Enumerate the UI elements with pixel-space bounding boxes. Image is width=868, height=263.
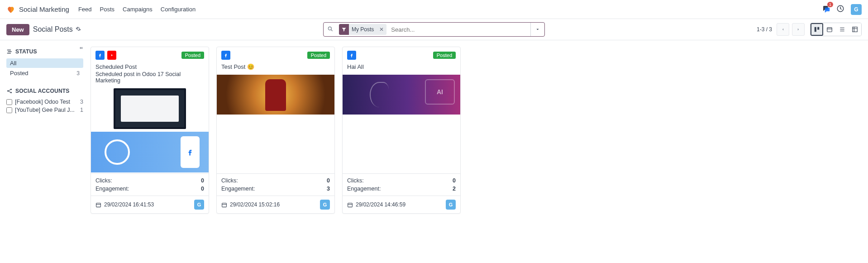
status-badge: Posted bbox=[181, 52, 204, 59]
chevron-right-icon bbox=[796, 27, 801, 32]
youtube-icon bbox=[107, 51, 116, 60]
svg-rect-15 bbox=[222, 203, 227, 207]
search-box[interactable]: My Posts ✕ bbox=[323, 22, 545, 37]
account-checkbox[interactable] bbox=[6, 99, 12, 105]
search-icon bbox=[324, 26, 337, 33]
pager-next[interactable] bbox=[792, 23, 805, 36]
post-card[interactable]: Posted Hai All AI Clicks:0 Engagement:2 … bbox=[342, 47, 461, 214]
svg-point-1 bbox=[328, 27, 331, 30]
calendar-icon bbox=[347, 202, 353, 208]
status-posted-count: 3 bbox=[76, 70, 80, 77]
account-filter-item[interactable]: [YouTube] Gee Paul J... 1 bbox=[6, 106, 83, 114]
accounts-title: SOCIAL ACCOUNTS bbox=[15, 88, 70, 94]
post-title: Test Post 😊 bbox=[221, 63, 330, 70]
clicks-value: 0 bbox=[453, 177, 456, 184]
clock-icon bbox=[836, 5, 844, 13]
search-input[interactable] bbox=[388, 26, 530, 33]
clicks-value: 0 bbox=[201, 177, 204, 184]
caret-down-icon bbox=[535, 27, 540, 32]
calendar-icon bbox=[221, 202, 227, 208]
view-list[interactable] bbox=[836, 23, 849, 36]
engagement-label: Engagement: bbox=[95, 186, 129, 192]
sidebar-collapse[interactable] bbox=[79, 46, 83, 51]
engagement-value: 2 bbox=[453, 186, 456, 192]
status-badge: Posted bbox=[307, 52, 330, 59]
app-name: Social Marketing bbox=[19, 5, 69, 13]
post-title: Scheduled Post bbox=[95, 63, 204, 70]
post-datetime: 29/02/2024 14:46:59 bbox=[356, 201, 405, 208]
post-image: AI bbox=[343, 75, 460, 115]
author-avatar: G bbox=[194, 200, 204, 210]
status-filter-all[interactable]: All bbox=[6, 58, 83, 68]
svg-rect-13 bbox=[96, 203, 101, 207]
author-avatar: G bbox=[320, 200, 330, 210]
account-name: [Facebook] Odoo Test bbox=[15, 99, 77, 105]
view-kanban[interactable] bbox=[811, 23, 823, 36]
share-icon bbox=[6, 88, 13, 94]
status-posted-label: Posted bbox=[10, 70, 28, 77]
nav-campaigns[interactable]: Campaigns bbox=[123, 6, 153, 13]
post-title: Hai All bbox=[347, 63, 456, 70]
top-navbar: Social Marketing Feed Posts Campaigns Co… bbox=[0, 0, 868, 19]
search-facet: My Posts ✕ bbox=[339, 24, 386, 35]
nav-posts[interactable]: Posts bbox=[100, 6, 115, 13]
calendar-icon bbox=[826, 26, 833, 33]
accounts-group-header: SOCIAL ACCOUNTS bbox=[6, 88, 83, 94]
clicks-value: 0 bbox=[327, 177, 330, 184]
post-datetime: 29/02/2024 15:02:16 bbox=[230, 201, 280, 208]
activities-button[interactable] bbox=[836, 5, 844, 14]
chevron-left-icon bbox=[781, 27, 785, 32]
svg-rect-17 bbox=[348, 203, 353, 207]
messaging-badge: 1 bbox=[827, 2, 833, 7]
facebook-icon bbox=[95, 51, 105, 60]
svg-rect-3 bbox=[815, 27, 816, 32]
account-name: [YouTube] Gee Paul J... bbox=[15, 107, 77, 113]
page-title: Social Posts bbox=[33, 25, 73, 33]
author-avatar: G bbox=[446, 200, 456, 210]
control-bar: New Social Posts My Posts ✕ 1-3 / 3 bbox=[0, 19, 868, 40]
facebook-icon bbox=[347, 51, 356, 60]
user-avatar[interactable]: G bbox=[851, 4, 862, 15]
app-logo-icon bbox=[6, 5, 15, 14]
kanban-cards: Posted Scheduled Post Scheduled post in … bbox=[91, 47, 461, 214]
clicks-label: Clicks: bbox=[95, 177, 112, 184]
facebook-icon bbox=[221, 51, 230, 60]
account-count: 1 bbox=[80, 107, 83, 113]
svg-rect-7 bbox=[853, 27, 858, 32]
view-calendar[interactable] bbox=[823, 23, 836, 36]
view-pivot[interactable] bbox=[849, 23, 861, 36]
search-options-toggle[interactable] bbox=[530, 23, 544, 36]
post-subtitle: Scheduled post in Odoo 17 Social Marketi… bbox=[95, 71, 204, 84]
filter-icon bbox=[339, 24, 349, 35]
post-card[interactable]: Posted Scheduled Post Scheduled post in … bbox=[91, 47, 209, 214]
account-filter-item[interactable]: [Facebook] Odoo Test 3 bbox=[6, 98, 83, 106]
pager-prev[interactable] bbox=[777, 23, 789, 36]
post-image bbox=[217, 75, 334, 115]
status-filter-posted[interactable]: Posted 3 bbox=[6, 68, 83, 78]
settings-gear-icon[interactable] bbox=[76, 26, 81, 33]
kanban-icon bbox=[814, 26, 820, 33]
engagement-label: Engagement: bbox=[221, 186, 255, 192]
status-group-header: STATUS bbox=[6, 48, 83, 55]
status-badge: Posted bbox=[433, 52, 456, 59]
filter-sidebar: STATUS All Posted 3 SOCIAL ACCOUNTS [Fac… bbox=[6, 47, 83, 214]
main-nav: Feed Posts Campaigns Configuration bbox=[78, 6, 196, 13]
pager-text[interactable]: 1-3 / 3 bbox=[757, 26, 772, 33]
status-all-label: All bbox=[10, 60, 16, 67]
post-card[interactable]: Posted Test Post 😊 Clicks:0 Engagement:3… bbox=[216, 47, 335, 214]
post-image bbox=[91, 87, 209, 173]
messaging-button[interactable]: 1 bbox=[822, 5, 830, 14]
post-datetime: 29/02/2024 16:41:53 bbox=[104, 201, 154, 208]
nav-configuration[interactable]: Configuration bbox=[161, 6, 196, 13]
new-button[interactable]: New bbox=[6, 24, 29, 35]
nav-feed[interactable]: Feed bbox=[78, 6, 92, 13]
account-checkbox[interactable] bbox=[6, 107, 12, 113]
svg-line-2 bbox=[331, 29, 333, 31]
clicks-label: Clicks: bbox=[221, 177, 238, 184]
bars-staggered-icon bbox=[6, 48, 13, 55]
list-icon bbox=[839, 26, 845, 33]
engagement-value: 0 bbox=[201, 186, 204, 192]
pivot-icon bbox=[852, 26, 858, 33]
search-facet-remove[interactable]: ✕ bbox=[377, 26, 386, 33]
status-title: STATUS bbox=[15, 48, 37, 55]
